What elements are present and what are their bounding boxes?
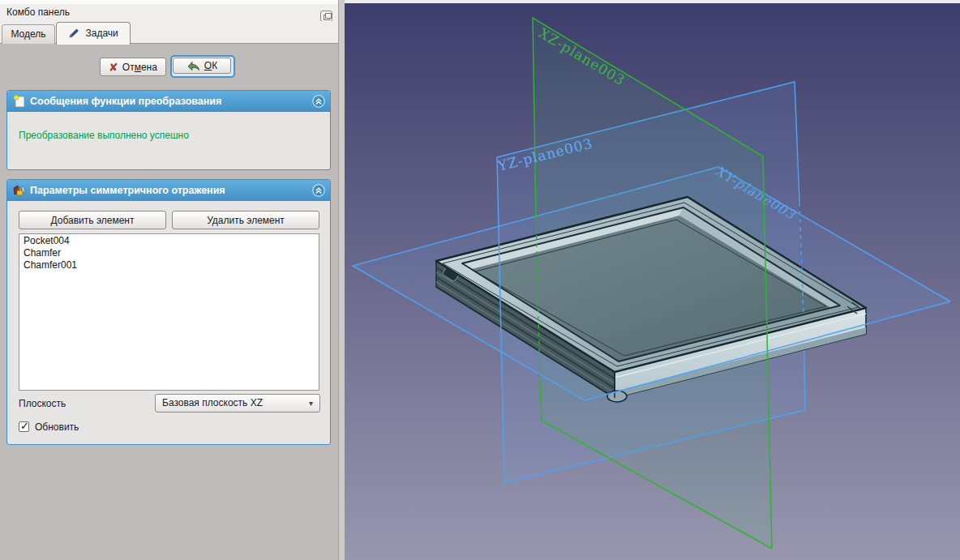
collapse-icon[interactable]: [312, 184, 325, 197]
tab-model[interactable]: Модель: [2, 24, 55, 44]
panel-titlebar: Комбо панель: [0, 4, 338, 21]
panel-splitter[interactable]: [338, 0, 345, 560]
feature-list[interactable]: Pocket004 Chamfer Chamfer001: [19, 233, 319, 391]
ok-button-focus-ring: ОК: [170, 55, 235, 78]
add-feature-button[interactable]: Добавить элемент: [19, 211, 166, 229]
update-checkbox[interactable]: ✓: [19, 421, 29, 432]
list-item[interactable]: Pocket004: [19, 235, 319, 247]
list-item[interactable]: Chamfer001: [19, 259, 319, 271]
document-icon: [13, 95, 26, 108]
panel-title: Комбо панель: [6, 6, 70, 18]
mirror-section-title: Параметры симметричного отражения: [30, 185, 225, 196]
pencil-icon: [68, 28, 79, 39]
update-checkbox-label: Обновить: [35, 421, 79, 433]
plane-combobox-value: Базовая плоскость XZ: [162, 397, 263, 408]
float-square-front: [325, 13, 332, 19]
cancel-label: Отмена: [122, 62, 157, 73]
ok-button[interactable]: ОК: [173, 58, 231, 74]
plane-combobox[interactable]: Базовая плоскость XZ ▾: [155, 394, 320, 413]
mirror-section-header[interactable]: Параметры симметричного отражения: [7, 180, 330, 201]
messages-section: Сообщения функции преобразования Преобра…: [6, 90, 331, 170]
status-message: Преобразование выполнено успешно: [19, 130, 189, 141]
viewport-top-strip: [345, 0, 960, 3]
remove-feature-label: Удалить элемент: [207, 215, 285, 226]
3d-viewport[interactable]: XZ-plane003 YZ-plane003 XY-plane003: [345, 0, 960, 560]
combo-panel: Комбо панель Модель Задачи ✘ Отмена: [0, 0, 338, 560]
cancel-button[interactable]: ✘ Отмена: [100, 58, 166, 76]
panel-tabbar: Модель Задачи: [0, 21, 338, 44]
list-item[interactable]: Chamfer: [19, 247, 319, 259]
chevron-down-icon: ▾: [309, 395, 313, 412]
update-row: ✓ Обновить: [19, 421, 79, 433]
mirror-section: Параметры симметричного отражения Добави…: [6, 179, 331, 445]
plane-label: Плоскость: [19, 398, 66, 409]
tab-tasks-label: Задачи: [86, 28, 118, 39]
ok-label: ОК: [204, 60, 217, 71]
ok-arrow-icon: [186, 61, 200, 71]
float-panel-icon[interactable]: [320, 11, 332, 22]
messages-section-header[interactable]: Сообщения функции преобразования: [7, 91, 330, 112]
check-icon: ✓: [20, 420, 29, 432]
messages-section-title: Сообщения функции преобразования: [30, 96, 221, 107]
tab-model-label: Модель: [11, 28, 45, 40]
collapse-icon[interactable]: [312, 95, 325, 108]
tab-tasks[interactable]: Задачи: [56, 22, 131, 45]
add-feature-label: Добавить элемент: [51, 215, 135, 226]
task-panel-content: ✘ Отмена ОК Сообщения функции преобразов…: [0, 44, 338, 560]
3d-scene[interactable]: XZ-plane003 YZ-plane003 XY-plane003: [345, 0, 960, 560]
mirror-feature-icon: [13, 184, 26, 197]
cancel-x-icon: ✘: [109, 62, 118, 73]
remove-feature-button[interactable]: Удалить элемент: [172, 211, 319, 229]
